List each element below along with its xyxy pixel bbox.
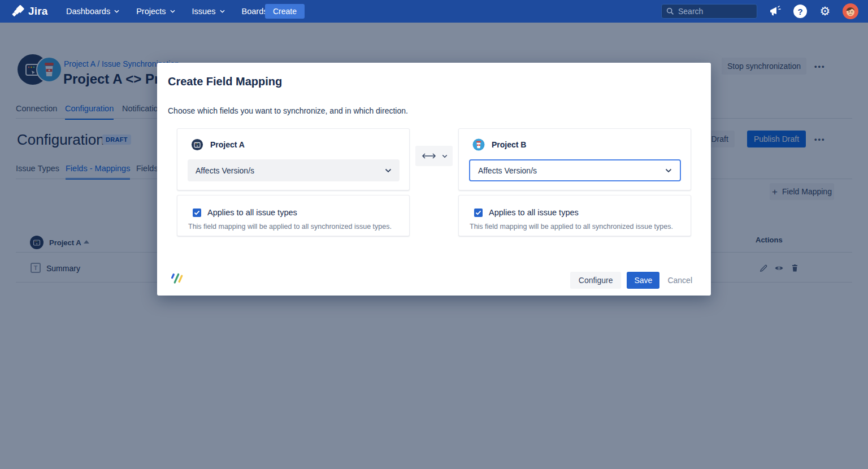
search-input[interactable]	[678, 7, 752, 16]
applies-checkbox-left[interactable]	[193, 209, 201, 217]
configure-button[interactable]: Configure	[570, 272, 622, 289]
create-field-mapping-dialog: Create Field Mapping Choose which fields…	[157, 63, 711, 296]
project-a-card-header: Project A	[191, 138, 245, 151]
applies-label-left[interactable]: Applies to all issue types	[207, 208, 297, 217]
megaphone-icon	[769, 5, 782, 18]
applies-card-left: Applies to all issue types This field ma…	[177, 195, 410, 236]
field-select-right-value: Affects Version/s	[478, 166, 665, 175]
project-a-name: Project A	[210, 140, 245, 149]
cancel-button[interactable]: Cancel	[665, 276, 695, 285]
nav-item-label: Issues	[192, 7, 216, 16]
settings-button[interactable]: ⚙	[817, 0, 834, 23]
dialog-footer: Configure Save Cancel	[570, 272, 695, 289]
field-select-right[interactable]: Affects Version/s	[469, 159, 681, 181]
chevron-down-icon	[170, 10, 175, 13]
help-button[interactable]: ?	[792, 0, 809, 23]
jira-mark-icon	[11, 5, 24, 18]
sync-direction-button[interactable]	[415, 146, 453, 166]
top-navigation: Jira Dashboards Projects Issues Boards C…	[0, 0, 868, 23]
project-b-avatar-icon	[472, 138, 485, 151]
dialog-subtitle: Choose which fields you want to synchron…	[168, 106, 408, 115]
nav-item-label: Dashboards	[66, 7, 110, 16]
applies-hint-right: This field mapping will be applied to al…	[470, 223, 673, 231]
nav-item-projects[interactable]: Projects	[136, 7, 175, 16]
search-icon	[666, 7, 674, 15]
help-icon: ?	[793, 5, 807, 18]
nav-menu: Dashboards Projects Issues Boards	[66, 0, 276, 23]
save-button[interactable]: Save	[627, 272, 659, 289]
applies-hint-left: This field mapping will be applied to al…	[188, 223, 392, 231]
chevron-down-icon	[385, 168, 392, 173]
field-select-left-value: Affects Version/s	[196, 166, 385, 175]
jira-logo-text: Jira	[28, 5, 48, 18]
chevron-down-icon	[442, 154, 448, 158]
avatar	[843, 3, 858, 19]
nav-item-dashboards[interactable]: Dashboards	[66, 7, 119, 16]
jira-logo[interactable]: Jira	[11, 0, 48, 23]
gear-icon: ⚙	[820, 6, 831, 18]
user-avatar-button[interactable]	[841, 0, 860, 23]
project-a-card: Project A Affects Version/s	[177, 128, 410, 190]
field-select-left[interactable]: Affects Version/s	[188, 159, 400, 181]
nav-item-label: Boards	[242, 7, 268, 16]
chevron-down-icon	[220, 10, 225, 13]
check-icon	[194, 210, 200, 215]
project-a-avatar-icon	[191, 138, 203, 151]
nav-item-label: Projects	[136, 7, 166, 16]
bidirectional-arrow-icon	[420, 153, 437, 159]
applies-card-right: Applies to all issue types This field ma…	[458, 195, 691, 236]
check-icon	[475, 210, 481, 215]
search-box[interactable]	[661, 4, 757, 19]
dialog-title: Create Field Mapping	[168, 75, 282, 88]
nav-item-issues[interactable]: Issues	[192, 7, 225, 16]
announcements-button[interactable]	[767, 0, 784, 23]
project-b-card-header: Project B	[472, 138, 526, 151]
create-button[interactable]: Create	[265, 4, 305, 19]
getint-logo	[170, 271, 185, 288]
project-b-name: Project B	[492, 140, 526, 149]
applies-label-right[interactable]: Applies to all issue types	[489, 208, 579, 217]
chevron-down-icon	[114, 10, 119, 13]
chevron-down-icon	[665, 168, 672, 173]
project-b-card: Project B Affects Version/s	[458, 128, 691, 190]
applies-checkbox-right[interactable]	[474, 209, 483, 217]
